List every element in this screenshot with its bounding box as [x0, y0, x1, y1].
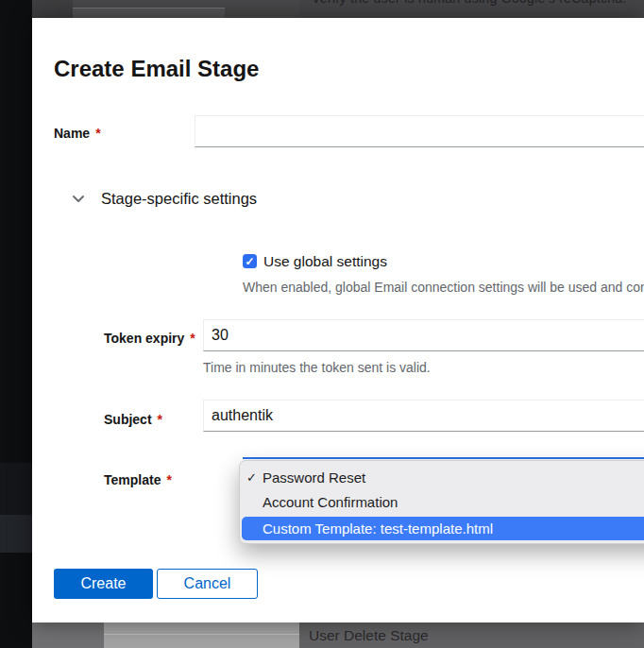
chevron-down-icon [72, 192, 85, 206]
create-button[interactable]: Create [54, 569, 153, 599]
dimmed-table-cell [104, 622, 299, 648]
check-icon: ✓ [246, 466, 262, 490]
dimmed-page-bottom: User Delete Stage [32, 622, 644, 648]
required-asterisk: * [166, 472, 171, 487]
dropdown-option-password-reset[interactable]: ✓ Password Reset [240, 466, 644, 490]
subject-label: Subject* [104, 412, 162, 427]
dimmed-page-top: Verify the user is human using Google's … [32, 0, 644, 18]
subject-input[interactable] [203, 400, 644, 432]
token-expiry-help-text: Time in minutes the token sent is valid. [203, 360, 431, 375]
dimmed-column [32, 0, 73, 18]
screen: Verify the user is human using Google's … [0, 0, 644, 648]
required-asterisk: * [95, 126, 100, 141]
token-expiry-input[interactable] [203, 319, 644, 351]
recaptcha-help-text: Verify the user is human using Google's … [312, 0, 644, 6]
token-expiry-label: Token expiry* [104, 331, 195, 346]
use-global-settings-label[interactable]: Use global settings [263, 253, 387, 270]
create-email-stage-modal: Create Email Stage Name* Stage-specific … [32, 18, 644, 622]
modal-title: Create Email Stage [54, 56, 259, 82]
section-title: Stage-specific settings [101, 190, 257, 208]
dimmed-cell-left [32, 622, 104, 648]
dimmed-card [73, 8, 225, 18]
template-select-focus-border [243, 457, 644, 459]
sidebar-item [0, 463, 32, 515]
sidebar-item [0, 515, 32, 553]
use-global-settings-checkbox[interactable]: ✓ [243, 254, 257, 268]
cancel-button[interactable]: Cancel [157, 569, 258, 599]
name-input[interactable] [195, 115, 644, 147]
required-asterisk: * [158, 412, 162, 427]
name-label: Name* [54, 126, 101, 141]
section-expand-button[interactable] [66, 189, 91, 208]
required-asterisk: * [190, 331, 195, 346]
dropdown-option-custom-template[interactable]: Custom Template: test-template.html [242, 517, 644, 540]
check-icon: ✓ [245, 256, 254, 267]
dimmed-table-divider [104, 634, 299, 635]
dropdown-option-account-confirmation[interactable]: Account Confirmation [240, 490, 644, 515]
use-global-help-text: When enabled, global Email connection se… [243, 280, 644, 295]
template-label: Template* [104, 472, 172, 487]
stage-row-label: User Delete Stage [309, 627, 429, 644]
app-sidebar [0, 0, 32, 648]
template-dropdown-menu: ✓ Password Reset Account Confirmation Cu… [239, 460, 644, 544]
